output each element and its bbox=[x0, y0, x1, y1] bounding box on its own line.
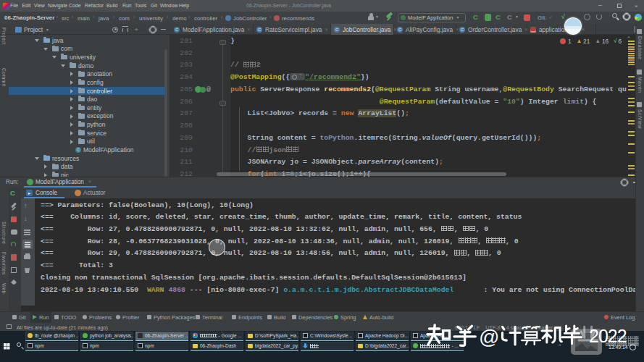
svg-text:@: @ bbox=[479, 326, 499, 348]
